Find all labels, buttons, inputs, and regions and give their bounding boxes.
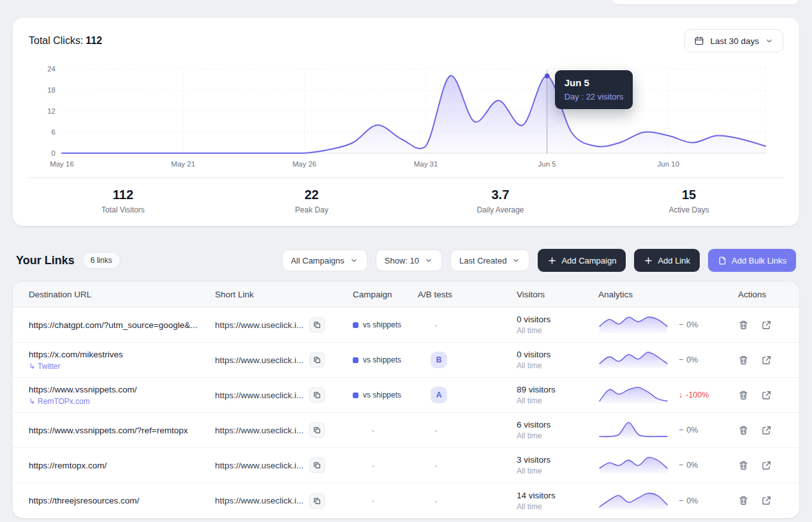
filter-sort-order[interactable]: Last Created xyxy=(450,250,529,271)
stat-value: 15 xyxy=(594,188,783,202)
trash-icon xyxy=(738,390,749,401)
open-link-button[interactable] xyxy=(761,319,772,331)
ab-tests-cell: - xyxy=(409,424,492,436)
short-link: https://www.useclick.i... xyxy=(215,320,304,330)
open-link-button[interactable] xyxy=(761,459,772,471)
change-value: 0% xyxy=(686,355,698,364)
actions-cell xyxy=(721,354,783,366)
stat-value: 112 xyxy=(29,188,218,202)
x-axis-tick-label: May 16 xyxy=(50,160,74,168)
campaign-label: vs shippets xyxy=(363,355,401,364)
destination-cell: https://remtopx.com/ xyxy=(29,461,215,470)
copy-short-link-button[interactable] xyxy=(309,422,325,438)
open-link-button[interactable] xyxy=(761,424,772,436)
campaign-label: vs shippets xyxy=(363,391,401,399)
visitors-cell: 0 visitors All time xyxy=(492,315,587,335)
x-axis-tick-label: May 31 xyxy=(414,160,438,168)
button-label: Add Bulk Links xyxy=(732,256,786,265)
add-campaign-button[interactable]: Add Campaign xyxy=(538,249,626,272)
x-axis-tick-label: Jun 10 xyxy=(658,160,680,168)
ab-tests-cell: A xyxy=(409,387,492,403)
delete-link-button[interactable] xyxy=(738,354,749,366)
open-link-button[interactable] xyxy=(761,495,772,507)
add-link-button[interactable]: Add Link xyxy=(634,249,700,272)
actions-cell xyxy=(721,389,783,401)
filter-all-campaigns[interactable]: All Campaigns xyxy=(282,250,367,271)
campaign-label: vs shippets xyxy=(363,320,401,329)
table-row: https://x.com/mikestrives ↳ Twitter http… xyxy=(13,343,799,378)
date-range-selector[interactable]: Last 30 days xyxy=(684,29,783,52)
change-value: -100% xyxy=(686,391,709,399)
destination-cell: https://www.vssnippets.com/?ref=remtopx xyxy=(29,426,215,435)
open-link-button[interactable] xyxy=(761,354,772,366)
change-icon: − xyxy=(679,461,683,470)
y-axis-tick-label: 6 xyxy=(52,128,55,136)
change-indicator: −0% xyxy=(679,355,698,364)
copy-icon xyxy=(313,391,321,399)
destination-cell: https://www.vssnippets.com/ ↳ RemTOPx.co… xyxy=(29,385,215,406)
stat-label: Total Visitors xyxy=(29,205,218,214)
document-icon xyxy=(718,256,727,265)
campaign-cell: vs shippets xyxy=(346,320,409,329)
copy-short-link-button[interactable] xyxy=(309,387,325,403)
visitors-sparkline xyxy=(598,490,668,512)
short-link-cell: https://www.useclick.i... xyxy=(215,352,346,368)
destination-url: https://www.vssnippets.com/ xyxy=(29,385,203,394)
filter-label: Show: 10 xyxy=(385,256,419,265)
stat-peak-day: 22 Peak Day xyxy=(218,188,406,214)
campaign-color-swatch xyxy=(353,322,358,328)
partial-cut-off-element xyxy=(611,0,800,5)
open-link-button[interactable] xyxy=(761,389,772,401)
table-row: https://www.vssnippets.com/ ↳ RemTOPx.co… xyxy=(13,378,799,413)
stat-daily-average: 3.7 Daily Average xyxy=(406,188,595,214)
copy-icon xyxy=(313,461,321,470)
chevron-down-icon xyxy=(765,36,774,45)
calendar-icon xyxy=(694,36,704,46)
copy-icon xyxy=(313,355,321,364)
total-clicks-value: 112 xyxy=(85,35,102,46)
empty-value: - xyxy=(372,461,374,470)
branch-arrow-icon: ↳ xyxy=(29,397,35,406)
analytics-cell: −0% xyxy=(587,349,721,371)
chart-summary-stats: 112 Total Visitors 22 Peak Day 3.7 Daily… xyxy=(29,177,783,226)
copy-short-link-button[interactable] xyxy=(309,458,325,473)
visitors-cell: 6 visitors All time xyxy=(492,420,587,440)
redirect-sub-link: ↳ RemTOPx.com xyxy=(29,397,203,406)
links-count-badge: 6 links xyxy=(82,252,121,269)
trash-icon xyxy=(738,425,749,436)
filter-show-count[interactable]: Show: 10 xyxy=(376,250,442,271)
destination-cell: https://chatgpt.com/?utm_source=google&.… xyxy=(29,320,215,330)
visitors-cell: 89 visitors All time xyxy=(492,385,587,405)
copy-short-link-button[interactable] xyxy=(309,493,325,509)
add-bulk-links-button[interactable]: Add Bulk Links xyxy=(708,249,796,272)
ab-test-badge: B xyxy=(431,352,447,368)
delete-link-button[interactable] xyxy=(738,424,749,436)
campaign-color-swatch xyxy=(353,392,358,398)
y-axis-tick-label: 0 xyxy=(52,149,55,157)
sub-link-label: RemTOPx.com xyxy=(38,397,90,406)
short-link-cell: https://www.useclick.i... xyxy=(215,493,346,509)
copy-short-link-button[interactable] xyxy=(309,317,325,332)
short-link: https://www.useclick.i... xyxy=(215,426,304,435)
clicks-analytics-card: Total Clicks:112 Last 30 days 06121824 M… xyxy=(13,18,799,226)
short-link: https://www.useclick.i... xyxy=(215,461,304,470)
copy-short-link-button[interactable] xyxy=(309,352,325,368)
analytics-cell: −0% xyxy=(587,490,721,512)
destination-url: https://www.vssnippets.com/?ref=remtopx xyxy=(29,426,203,435)
col-header-campaign: Campaign xyxy=(346,290,409,299)
plus-icon xyxy=(644,256,653,265)
delete-link-button[interactable] xyxy=(738,459,749,471)
campaign-cell: - xyxy=(346,461,409,470)
visitors-line-chart[interactable] xyxy=(62,61,765,157)
analytics-cell: −0% xyxy=(587,314,721,336)
change-icon: − xyxy=(679,320,683,329)
empty-value: - xyxy=(434,426,437,435)
button-label: Add Link xyxy=(658,256,690,265)
delete-link-button[interactable] xyxy=(738,389,749,401)
visitors-period: All time xyxy=(517,466,587,475)
delete-link-button[interactable] xyxy=(738,495,749,507)
col-header-destination-url: Destination URL xyxy=(29,290,215,299)
delete-link-button[interactable] xyxy=(738,319,749,331)
chart-plot-area[interactable]: May 16May 21May 26May 31Jun 5Jun 10 Jun … xyxy=(62,61,765,172)
short-link-cell: https://www.useclick.i... xyxy=(215,317,346,332)
